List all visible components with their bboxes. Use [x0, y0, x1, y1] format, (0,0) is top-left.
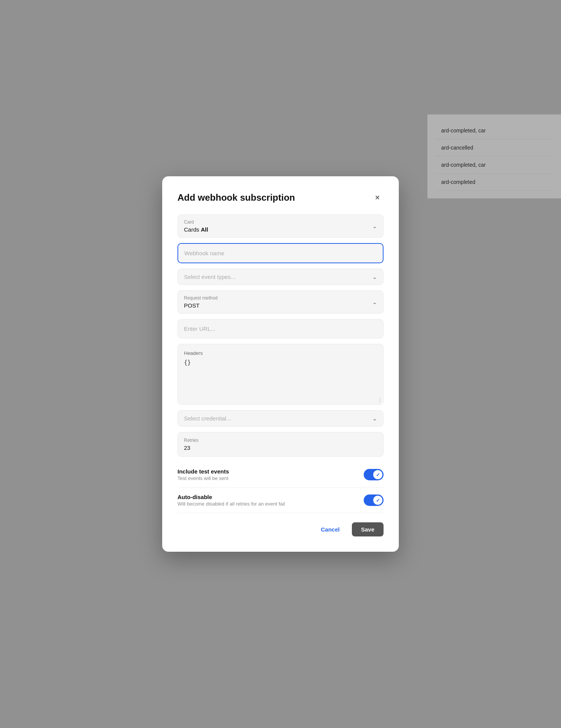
- request-method-chevron-icon: ⌄: [372, 299, 377, 305]
- headers-label: Headers: [184, 350, 377, 356]
- resize-handle-icon: ⌠: [379, 397, 381, 403]
- credential-select[interactable]: Select credential... ⌄: [177, 410, 384, 427]
- include-test-events-track: ✓: [364, 469, 384, 480]
- card-chevron-icon: ⌄: [372, 223, 377, 229]
- auto-disable-thumb: ✓: [373, 496, 382, 505]
- card-value-bold: All: [201, 226, 208, 233]
- url-input[interactable]: [177, 319, 384, 338]
- auto-disable-info: Auto-disable Will become disabled if all…: [177, 494, 364, 507]
- add-webhook-modal: Add webhook subscription × Card Cards Al…: [162, 176, 399, 552]
- credential-field: Select credential... ⌄: [177, 410, 384, 427]
- card-value-prefix: Cards: [184, 226, 201, 233]
- auto-disable-track: ✓: [364, 494, 384, 506]
- event-types-placeholder: Select event types...: [184, 274, 235, 280]
- auto-disable-desc: Will become disabled if all retries for …: [177, 501, 364, 507]
- close-button[interactable]: ×: [371, 192, 384, 204]
- modal-header: Add webhook subscription ×: [177, 192, 384, 204]
- card-field-label: Card: [184, 219, 208, 225]
- request-method-row: Request method POST ⌄: [184, 295, 377, 309]
- headers-content: {}: [184, 359, 377, 366]
- card-select-row: Card Cards All ⌄: [184, 219, 377, 233]
- retries-field: Retries 23: [177, 432, 384, 457]
- webhook-name-field: [177, 243, 384, 263]
- event-types-row: Select event types... ⌄: [184, 274, 377, 280]
- auto-disable-check-icon: ✓: [376, 498, 380, 503]
- credential-chevron-icon: ⌄: [372, 416, 377, 422]
- url-field: [177, 319, 384, 338]
- save-button[interactable]: Save: [352, 522, 384, 536]
- auto-disable-row: Auto-disable Will become disabled if all…: [177, 488, 384, 513]
- include-test-events-thumb: ✓: [373, 470, 382, 479]
- retries-container[interactable]: Retries 23: [177, 432, 384, 457]
- auto-disable-title: Auto-disable: [177, 494, 364, 500]
- include-test-events-info: Include test events Test events will be …: [177, 468, 364, 481]
- request-method-field: Request method POST ⌄: [177, 290, 384, 314]
- event-types-select[interactable]: Select event types... ⌄: [177, 269, 384, 285]
- request-method-select[interactable]: Request method POST ⌄: [177, 290, 384, 314]
- request-method-value: POST: [184, 302, 218, 309]
- close-icon: ×: [375, 193, 380, 203]
- include-test-events-toggle[interactable]: ✓: [364, 469, 384, 480]
- card-field: Card Cards All ⌄: [177, 214, 384, 238]
- request-method-label: Request method: [184, 295, 218, 301]
- auto-disable-toggle[interactable]: ✓: [364, 494, 384, 506]
- modal-title: Add webhook subscription: [177, 192, 295, 203]
- event-types-chevron-icon: ⌄: [372, 274, 377, 280]
- include-test-events-row: Include test events Test events will be …: [177, 462, 384, 488]
- headers-field-wrapper: Headers {} ⌠: [177, 344, 384, 405]
- retries-label: Retries: [184, 438, 377, 443]
- cancel-button[interactable]: Cancel: [313, 522, 347, 536]
- modal-footer: Cancel Save: [177, 522, 384, 536]
- webhook-name-input[interactable]: [177, 243, 384, 263]
- card-field-value: Cards All: [184, 226, 208, 233]
- include-test-events-desc: Test events will be sent: [177, 475, 364, 481]
- include-test-events-check-icon: ✓: [376, 472, 380, 478]
- headers-field[interactable]: Headers {}: [177, 344, 384, 405]
- card-select-content: Card Cards All: [184, 219, 208, 233]
- event-types-field: Select event types... ⌄: [177, 269, 384, 285]
- credential-row: Select credential... ⌄: [184, 415, 377, 422]
- request-method-content: Request method POST: [184, 295, 218, 309]
- credential-placeholder: Select credential...: [184, 415, 231, 422]
- include-test-events-title: Include test events: [177, 468, 364, 475]
- card-select[interactable]: Card Cards All ⌄: [177, 214, 384, 238]
- retries-value: 23: [184, 445, 377, 451]
